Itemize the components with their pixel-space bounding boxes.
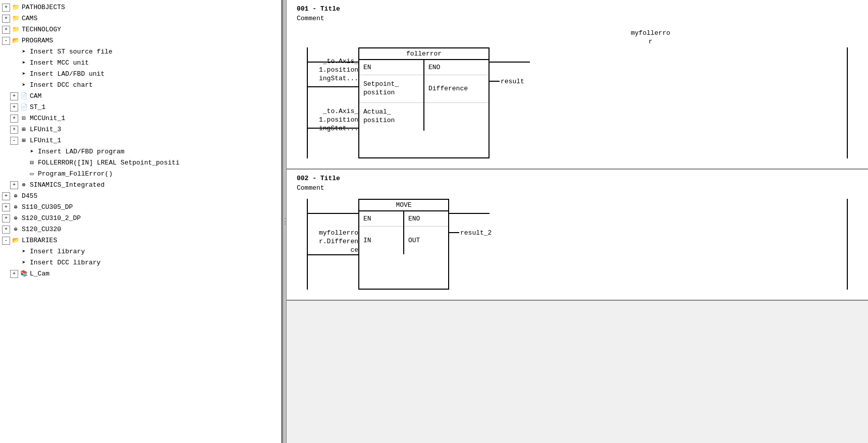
tree-item-insert-dcc-lib[interactable]: ➤ Insert DCC library (0, 257, 281, 268)
label-programs: PROGRAMS (22, 36, 53, 46)
var-in-002: myfollerror.Difference (308, 229, 358, 255)
icon-insert-lad-prog: ➤ (27, 148, 36, 156)
label-insert-dcc: Insert DCC chart (30, 80, 93, 90)
label-sinamics: SINAMICS_Integrated (30, 180, 104, 190)
network-002-comment: Comment (297, 184, 858, 192)
diff-out-line-001 (490, 81, 500, 82)
icon-pathobjects: 📁 (11, 4, 20, 12)
tree-expander-technology[interactable]: + (2, 26, 10, 34)
pin-en-label-001: EN (363, 64, 371, 71)
tree-item-insert-mcc[interactable]: ➤ Insert MCC unit (0, 58, 281, 69)
tree-item-st1[interactable]: + 📄 ST_1 (0, 102, 281, 113)
tree-expander-st1[interactable]: + (10, 103, 18, 112)
tree-expander-l-cam[interactable]: + (10, 270, 18, 278)
tree-expander-sinamics[interactable]: + (10, 181, 18, 189)
tree-item-sinamics[interactable]: + ⊗ SINAMICS_Integrated (0, 180, 281, 191)
icon-s120: ⊕ (11, 226, 20, 234)
icon-s120-2dp: ⊕ (11, 214, 20, 223)
pin-in-label-002: IN (363, 237, 371, 244)
icon-libraries: 📂 (11, 237, 20, 245)
icon-program-follerror: ▭ (27, 170, 36, 178)
icon-programs: 📂 (11, 37, 20, 45)
tree-expander-cam[interactable]: + (10, 92, 18, 100)
tree-item-programs[interactable]: - 📂 PROGRAMS (0, 35, 281, 46)
label-lfunit3: LFUnit_3 (30, 125, 61, 135)
label-cams: CAMS (22, 14, 37, 24)
label-cam: CAM (30, 91, 41, 101)
pin-actual-label-001: Actual_position (363, 108, 395, 125)
tree-item-insert-lad[interactable]: ➤ Insert LAD/FBD unit (0, 69, 281, 80)
tree-item-cams[interactable]: + 📁 CAMS (0, 13, 281, 24)
label-insert-dcc-lib: Insert DCC library (30, 258, 100, 268)
right-panel: 001 - Title Comment myfollerro r (287, 0, 868, 443)
network-001-title: 001 - Title (297, 5, 858, 13)
tree-expander-cams[interactable]: + (2, 15, 10, 23)
tree-item-l-cam[interactable]: + 📚 L_Cam (0, 268, 281, 280)
right-bus-002 (847, 199, 848, 290)
label-insert-lad: Insert LAD/FBD unit (30, 69, 104, 79)
icon-st1: 📄 (19, 103, 28, 112)
result-label-001: result (501, 78, 524, 85)
tree-expander-lfunit1[interactable]: - (10, 137, 18, 145)
tree-item-pathobjects[interactable]: + 📁 PATHOBJECTS (0, 2, 281, 13)
label-insert-mcc: Insert MCC unit (30, 58, 89, 68)
pin-eno-label-001: ENO (428, 64, 440, 71)
label-insert-st: Insert ST source file (30, 47, 113, 57)
icon-mccunit1: ⊡ (19, 115, 28, 123)
label-s120: S120_CU320 (22, 225, 61, 235)
setpoint-in-line-001 (308, 86, 358, 87)
fb-block-001: follerror EN Setpoint_position (358, 47, 490, 158)
panel-divider[interactable]: ⋮ (283, 0, 287, 443)
tree-item-s120-2dp[interactable]: + ⊕ S120_CU310_2_DP (0, 213, 281, 224)
tree-item-insert-lib[interactable]: ➤ Insert library (0, 246, 281, 257)
icon-insert-lad: ➤ (19, 70, 28, 78)
fb-block-002: MOVE EN IN (358, 199, 449, 290)
tree-item-program-follerror[interactable]: ▭ Program_FollError() (0, 169, 281, 180)
var-actual-001: _to.Axis_1.positioningStat... (308, 107, 358, 133)
label-s120-2dp: S120_CU310_2_DP (22, 213, 81, 224)
tree-expander-pathobjects[interactable]: + (2, 4, 10, 12)
tree-item-libraries[interactable]: - 📂 LIBRARIES (0, 235, 281, 246)
icon-insert-dcc-lib: ➤ (19, 259, 28, 267)
var-setpoint-001: _to.Axis_1.positioningStat... (308, 58, 358, 83)
tree-expander-s120[interactable]: + (2, 226, 10, 234)
label-program-follerror: Program_FollError() (38, 169, 113, 179)
tree-expander-programs[interactable]: - (2, 37, 10, 45)
network-001-comment: Comment (297, 15, 858, 22)
icon-sinamics: ⊗ (19, 181, 28, 189)
icon-l-cam: 📚 (19, 270, 28, 278)
right-bus-001 (847, 47, 848, 158)
tree-expander-d455[interactable]: + (2, 192, 10, 200)
fb-name-001: follerror (359, 48, 489, 60)
tree-item-cam[interactable]: + 📄 CAM (0, 91, 281, 102)
tree-item-lfunit3[interactable]: + ⊞ LFUnit_3 (0, 124, 281, 135)
tree-expander-s110[interactable]: + (2, 203, 10, 211)
tree-expander-lfunit3[interactable]: + (10, 126, 18, 134)
tree-item-insert-st[interactable]: ➤ Insert ST source file (0, 46, 281, 58)
tree-expander-libraries[interactable]: - (2, 237, 10, 245)
pin-out-label-002: OUT (408, 237, 420, 244)
pin-difference-label-001: Difference (428, 85, 468, 92)
label-technology: TECHNOLOGY (22, 25, 61, 35)
label-s110: S110_CU305_DP (22, 202, 73, 212)
tree-item-d455[interactable]: + ⊕ D455 (0, 191, 281, 202)
icon-technology: 📁 (11, 26, 20, 34)
tree-item-s110[interactable]: + ⊕ S110_CU305_DP (0, 202, 281, 213)
tree-expander-mccunit1[interactable]: + (10, 115, 18, 123)
fb-name-002: MOVE (359, 200, 448, 211)
icon-s110: ⊕ (11, 203, 20, 211)
tree-item-technology[interactable]: + 📁 TECHNOLOGY (0, 24, 281, 35)
in-line-002 (308, 254, 358, 255)
icon-insert-st: ➤ (19, 48, 28, 56)
tree-item-insert-dcc[interactable]: ➤ Insert DCC chart (0, 80, 281, 91)
tree-item-s120[interactable]: + ⊕ S120_CU320 (0, 224, 281, 235)
tree-item-mccunit1[interactable]: + ⊡ MCCUnit_1 (0, 113, 281, 124)
eno-line-002 (449, 213, 490, 214)
tree-item-insert-lad-prog[interactable]: ➤ Insert LAD/FBD program (0, 146, 281, 157)
tree-item-lfunit1[interactable]: - ⊞ LFUnit_1 (0, 135, 281, 146)
tree-expander-s120-2dp[interactable]: + (2, 214, 10, 223)
tree-item-follerror-func[interactable]: ⊟ FOLLERROR([IN] LREAL Setpoint_positi (0, 157, 281, 169)
label-follerror-func: FOLLERROR([IN] LREAL Setpoint_positi (38, 158, 180, 168)
icon-insert-lib: ➤ (19, 248, 28, 256)
label-pathobjects: PATHOBJECTS (22, 3, 65, 13)
